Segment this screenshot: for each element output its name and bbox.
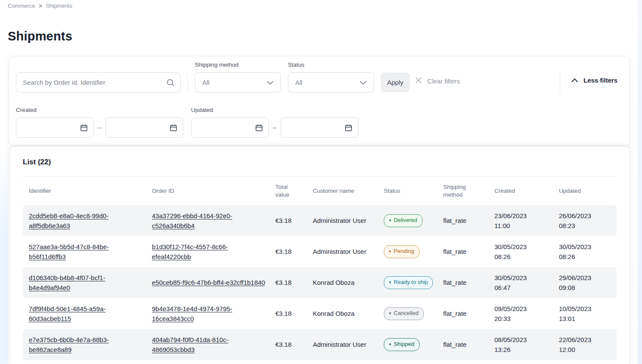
column-header: Shipping method: [437, 177, 488, 205]
breadcrumb-item-shipments[interactable]: Shipments: [46, 3, 72, 9]
shipping-method-label: Shipping method: [195, 62, 238, 68]
order-id-cell: 9b4e3478-1e4d-4974-9795-16cea3843cc0: [146, 298, 269, 329]
order-id-link[interactable]: e50ceb85-f9c6-47b6-bff4-e32cff1b1840: [152, 279, 265, 286]
status-badge: •Ready to ship: [384, 276, 433, 289]
created-label: Created: [16, 107, 37, 113]
created-cell: 09/05/202320:33: [488, 298, 553, 329]
column-header: Status: [378, 177, 437, 205]
shipping-method-cell: flat_rate: [437, 267, 488, 298]
order-id-link[interactable]: 9b4e3478-1e4d-4974-9795-16cea3843cc0: [152, 305, 232, 322]
customer-name-cell: Administrator User: [307, 329, 378, 360]
customer-name-cell: Administrator User: [307, 236, 378, 267]
created-to-input[interactable]: [106, 124, 168, 131]
order-id-link[interactable]: b1d30f12-7f4c-4557-8c66-efeaf4220cbb: [152, 243, 228, 260]
table-row: e7e375cb-6b0b-4e7a-88b3-be862ace8a89404a…: [23, 329, 617, 360]
identifier-link[interactable]: 2cdd5eb8-e8a0-4ec8-99d0-a8f5db6e3a63: [29, 212, 108, 229]
table-row: 527aae3a-5b5d-47c8-84be-b56f11d6ffb3b1d3…: [23, 236, 617, 267]
updated-cell: 26/06/202308:23: [553, 205, 617, 236]
list-title: List (22): [23, 158, 51, 167]
updated-cell: 22/06/202312:00: [553, 329, 617, 360]
updated-range-separator: –: [273, 123, 276, 131]
total-value-cell: €3.18: [269, 236, 307, 267]
breadcrumb-separator-icon: >: [39, 3, 42, 9]
status-dot-icon: •: [389, 279, 391, 285]
shipping-method-cell: flat_rate: [437, 329, 488, 360]
status-cell: •Cancelled: [378, 298, 437, 329]
identifier-link[interactable]: d106340b-b4b8-4f07-bcf1-b4e4d9af94e0: [29, 274, 105, 291]
created-date: 08/05/2023: [494, 335, 549, 345]
filter-divider: [187, 72, 188, 93]
shipping-method-value: All: [202, 79, 210, 86]
breadcrumb-item-commerce[interactable]: Commerce: [8, 3, 35, 9]
shipments-table: IdentifierOrder IDTotal valueCustomer na…: [23, 177, 617, 360]
status-value: All: [295, 79, 302, 86]
total-value-cell: €3.18: [269, 205, 307, 236]
chevron-up-icon: [571, 77, 578, 84]
created-time: 06:47: [494, 283, 549, 293]
status-cell: •Shipped: [378, 329, 437, 360]
created-from-field: [16, 117, 94, 138]
close-icon: [415, 77, 422, 85]
customer-name-cell: Konrad Oboza: [307, 298, 378, 329]
shipping-method-cell: flat_rate: [437, 205, 488, 236]
calendar-icon[interactable]: [78, 124, 93, 132]
less-filters-toggle[interactable]: Less filters: [571, 77, 617, 84]
identifier-cell: d106340b-b4b8-4f07-bcf1-b4e4d9af94e0: [23, 267, 146, 298]
updated-cell: 10/05/202313:01: [553, 298, 617, 329]
updated-date: 22/06/2023: [559, 335, 612, 345]
updated-from-input[interactable]: [191, 124, 253, 131]
updated-date: 29/06/2023: [559, 273, 612, 283]
created-cell: 30/05/202308:26: [488, 236, 553, 267]
identifier-link[interactable]: 7df9f4bd-50e1-4845-a59a-60d3acbeb115: [29, 305, 105, 322]
order-id-cell: e50ceb85-f9c6-47b6-bff4-e32cff1b1840: [146, 267, 269, 298]
updated-time: 09:08: [559, 283, 612, 293]
created-to-field: [105, 117, 183, 138]
order-id-link[interactable]: 404ab794-f0f0-41da-810c-4869053cbbd3: [152, 336, 228, 353]
order-id-cell: 404ab794-f0f0-41da-810c-4869053cbbd3: [146, 329, 269, 360]
updated-time: 12:00: [559, 345, 612, 355]
apply-button[interactable]: Apply: [381, 73, 410, 92]
created-cell: 08/05/202313:26: [488, 329, 553, 360]
identifier-cell: 2cdd5eb8-e8a0-4ec8-99d0-a8f5db6e3a63: [23, 205, 146, 236]
shipping-method-cell: flat_rate: [437, 298, 488, 329]
status-label: Shipped: [394, 340, 414, 349]
customer-name-cell: Administrator User: [307, 205, 378, 236]
updated-date: 26/06/2023: [559, 211, 612, 221]
status-label: Pending: [394, 247, 414, 256]
created-date: 23/06/2023: [494, 211, 549, 221]
total-value-cell: €3.18: [269, 329, 307, 360]
status-label: Ready to ship: [394, 278, 428, 287]
shipping-method-select[interactable]: All: [195, 72, 281, 93]
clear-filters-label: Clear filters: [427, 77, 460, 85]
status-label: Delivered: [394, 216, 417, 225]
page-edge-tint-left: [0, 146, 8, 364]
status-badge: •Delivered: [384, 214, 423, 227]
search-icon[interactable]: [164, 78, 180, 87]
less-filters-label: Less filters: [583, 77, 617, 84]
calendar-icon[interactable]: [253, 124, 269, 132]
order-id-link[interactable]: 43a37296-ebbd-4164-92e0-c526a340b6b4: [152, 212, 232, 229]
clear-filters-button[interactable]: Clear filters: [415, 77, 460, 85]
chevron-down-icon: [360, 79, 367, 86]
updated-to-field: [281, 117, 358, 138]
identifier-cell: 7df9f4bd-50e1-4845-a59a-60d3acbeb115: [23, 298, 146, 329]
status-label: Status: [288, 62, 304, 68]
filter-divider: [560, 72, 560, 93]
status-cell: •Delivered: [378, 205, 437, 236]
status-dot-icon: •: [389, 248, 391, 254]
updated-to-input[interactable]: [281, 124, 343, 131]
identifier-link[interactable]: 527aae3a-5b5d-47c8-84be-b56f11d6ffb3: [29, 243, 109, 260]
table-row: 7df9f4bd-50e1-4845-a59a-60d3acbeb1159b4e…: [23, 298, 617, 329]
status-cell: •Pending: [378, 236, 437, 267]
calendar-icon[interactable]: [343, 124, 358, 132]
created-cell: 30/05/202306:47: [488, 267, 553, 298]
table-header-row: IdentifierOrder IDTotal valueCustomer na…: [23, 177, 617, 205]
created-from-input[interactable]: [16, 124, 78, 131]
identifier-link[interactable]: e7e375cb-6b0b-4e7a-88b3-be862ace8a89: [29, 336, 109, 353]
search-input[interactable]: [16, 79, 164, 86]
calendar-icon[interactable]: [168, 124, 183, 132]
order-id-cell: b1d30f12-7f4c-4557-8c66-efeaf4220cbb: [146, 236, 269, 267]
status-select[interactable]: All: [288, 72, 374, 93]
updated-date: 30/05/2023: [559, 242, 612, 252]
created-range-separator: –: [98, 123, 101, 131]
